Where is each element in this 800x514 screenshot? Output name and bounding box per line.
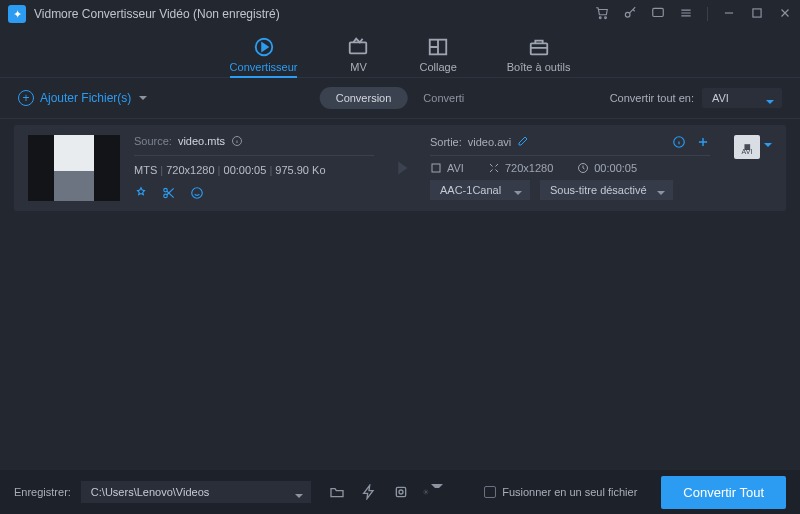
subtitle-select[interactable]: Sous-titre désactivé — [540, 180, 673, 200]
titlebar-actions — [595, 6, 792, 23]
minitab-converted[interactable]: Converti — [407, 87, 480, 109]
cut-icon[interactable] — [162, 186, 176, 200]
format-select[interactable]: AVI — [702, 88, 782, 108]
save-to-label: Enregistrer: — [14, 486, 71, 498]
merge-label: Fusionner en un seul fichier — [502, 486, 637, 498]
tab-collage[interactable]: Collage — [419, 36, 456, 77]
format-select-value: AVI — [712, 92, 729, 104]
svg-rect-8 — [530, 43, 547, 54]
titlebar: ✦ Vidmore Convertisseur Vidéo (Non enreg… — [0, 0, 800, 28]
svg-point-12 — [192, 188, 203, 199]
svg-rect-14 — [432, 164, 440, 172]
chevron-down-icon — [657, 191, 665, 199]
add-files-label: Ajouter Fichier(s) — [40, 91, 131, 105]
source-label: Source: — [134, 135, 172, 147]
settings-icon[interactable] — [423, 482, 443, 502]
output-filename: video.avi — [468, 136, 511, 148]
open-folder-icon[interactable] — [327, 482, 347, 502]
tab-toolbox-label: Boîte à outils — [507, 61, 571, 73]
collage-icon — [427, 36, 449, 58]
bottom-tool-icons — [327, 482, 443, 502]
convert-all-label: Convertir tout en: — [610, 92, 694, 104]
feedback-icon[interactable] — [651, 6, 665, 23]
key-icon[interactable] — [623, 6, 637, 23]
tab-mv-label: MV — [350, 61, 367, 73]
maximize-icon[interactable] — [750, 6, 764, 23]
file-list: Source: video.mts MTS720x128000:00:05975… — [0, 119, 800, 470]
add-output-icon[interactable] — [696, 135, 710, 149]
chevron-down-icon — [295, 494, 303, 502]
chevron-down-icon[interactable] — [764, 143, 772, 151]
toolbox-icon — [528, 36, 550, 58]
task-schedule-icon[interactable] — [391, 482, 411, 502]
plus-icon: + — [18, 90, 34, 106]
edit-tools — [134, 186, 374, 200]
output-label: Sortie: — [430, 136, 462, 148]
source-filename: video.mts — [178, 135, 225, 147]
source-info: Source: video.mts MTS720x128000:00:05975… — [134, 135, 374, 200]
app-title: Vidmore Convertisseur Vidéo (Non enregis… — [34, 7, 280, 21]
format-icon — [430, 162, 442, 174]
cart-icon[interactable] — [595, 6, 609, 23]
bottom-bar: Enregistrer: C:\Users\Lenovo\Videos Fusi… — [0, 470, 800, 514]
chevron-down-icon — [766, 100, 774, 108]
source-meta: MTS720x128000:00:05975.90 Ko — [134, 164, 374, 176]
enhance-icon[interactable] — [134, 186, 148, 200]
svg-rect-4 — [753, 8, 761, 16]
divider — [707, 7, 708, 21]
output-meta: AVI 720x1280 00:00:05 — [430, 162, 710, 174]
clock-icon — [577, 162, 589, 174]
menu-icon[interactable] — [679, 6, 693, 23]
mini-tabs: Conversion Converti — [320, 87, 481, 109]
mv-icon — [347, 36, 369, 58]
svg-rect-16 — [396, 487, 405, 496]
converter-icon — [253, 36, 275, 58]
svg-rect-6 — [350, 42, 367, 53]
output-info: Sortie: video.avi AVI 720x1280 00:00:05 … — [430, 135, 710, 200]
save-path-value: C:\Users\Lenovo\Videos — [91, 486, 209, 498]
info-icon[interactable] — [231, 135, 243, 147]
convert-all-button[interactable]: Convertir Tout — [661, 476, 786, 509]
svg-point-1 — [605, 16, 607, 18]
save-path-select[interactable]: C:\Users\Lenovo\Videos — [81, 481, 311, 503]
tab-converter[interactable]: Convertisseur — [230, 36, 298, 77]
svg-point-0 — [599, 16, 601, 18]
tab-collage-label: Collage — [419, 61, 456, 73]
arrow-icon — [388, 157, 416, 179]
top-tabs: Convertisseur MV Collage Boîte à outils — [0, 28, 800, 78]
svg-point-18 — [425, 491, 426, 492]
close-icon[interactable] — [778, 6, 792, 23]
output-format-chip[interactable]: ▦ AVI — [732, 135, 762, 155]
file-row: Source: video.mts MTS720x128000:00:05975… — [14, 125, 786, 211]
convert-all-format: Convertir tout en: AVI — [610, 88, 782, 108]
tab-toolbox[interactable]: Boîte à outils — [507, 36, 571, 77]
svg-point-10 — [164, 188, 168, 192]
rename-icon[interactable] — [517, 135, 529, 149]
checkbox-icon — [484, 486, 496, 498]
minimize-icon[interactable] — [722, 6, 736, 23]
chevron-down-icon — [139, 96, 147, 104]
app-logo-icon: ✦ — [8, 5, 26, 23]
svg-point-17 — [399, 490, 403, 494]
sub-toolbar: + Ajouter Fichier(s) Conversion Converti… — [0, 78, 800, 118]
svg-point-11 — [164, 194, 168, 198]
tab-mv[interactable]: MV — [347, 36, 369, 77]
minitab-conversion[interactable]: Conversion — [320, 87, 408, 109]
effects-icon[interactable] — [190, 186, 204, 200]
merge-checkbox[interactable]: Fusionner en un seul fichier — [484, 486, 637, 498]
hardware-accel-icon[interactable] — [359, 482, 379, 502]
audio-select[interactable]: AAC-1Canal — [430, 180, 530, 200]
add-files-button[interactable]: + Ajouter Fichier(s) — [18, 90, 147, 106]
video-thumbnail[interactable] — [28, 135, 120, 201]
resolution-icon — [488, 162, 500, 174]
chevron-down-icon — [514, 191, 522, 199]
tab-converter-label: Convertisseur — [230, 61, 298, 73]
media-info-icon[interactable] — [672, 135, 686, 149]
